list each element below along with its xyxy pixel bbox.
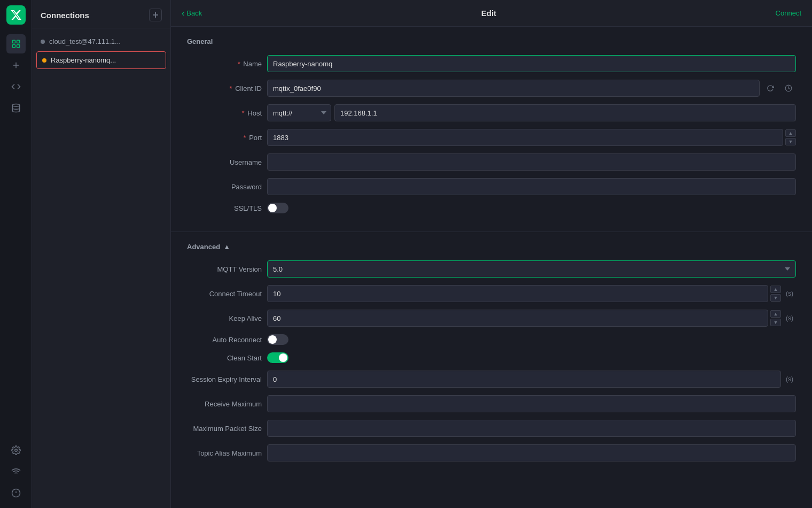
receive-max-row: Receive Maximum (187, 395, 796, 412)
host-row: * Host mqtt:// mqtts:// ws:// wss:// (187, 104, 796, 121)
connect-timeout-label: Connect Timeout (187, 290, 262, 298)
ssl-toggle[interactable] (267, 203, 288, 213)
main-content: ‹ Back Edit Connect General * Name (171, 0, 812, 508)
keep-alive-unit: (s) (783, 314, 796, 322)
advanced-collapse-icon: ▲ (223, 243, 230, 251)
app-logo[interactable] (6, 5, 26, 25)
auto-reconnect-row: Auto Reconnect (187, 334, 796, 345)
connect-button[interactable]: Connect (776, 9, 801, 17)
svg-rect-2 (12, 45, 15, 48)
keep-alive-row: Keep Alive ▲ ▼ (s) (187, 310, 796, 327)
form-area: General * Name * Client ID (171, 27, 812, 508)
password-input[interactable] (267, 178, 796, 195)
password-label: Password (187, 183, 262, 191)
back-button[interactable]: ‹ Back (182, 9, 202, 18)
port-label: * Port (187, 134, 262, 142)
username-label: Username (187, 158, 262, 166)
keep-alive-up-button[interactable]: ▲ (770, 310, 781, 318)
mqtt-version-row: MQTT Version 5.0 3.1.1 3.1 (187, 260, 796, 278)
add-connection-button[interactable] (149, 9, 162, 21)
svg-point-6 (12, 104, 20, 107)
mqtt-version-select[interactable]: 5.0 3.1.1 3.1 (267, 260, 796, 278)
new-connection-icon[interactable] (6, 56, 26, 75)
connect-timeout-row: Connect Timeout ▲ ▼ (s) (187, 285, 796, 302)
connect-timeout-spin: ▲ ▼ (770, 286, 781, 302)
advanced-section-title[interactable]: Advanced ▲ (187, 243, 796, 251)
keep-alive-label: Keep Alive (187, 314, 262, 322)
svg-rect-3 (17, 45, 19, 48)
port-input[interactable] (267, 129, 783, 146)
topic-alias-label: Topic Alias Maximum (187, 449, 262, 457)
keep-alive-down-button[interactable]: ▼ (770, 319, 781, 326)
topic-alias-input[interactable] (267, 444, 796, 461)
sidebar-title: Connections (41, 11, 89, 20)
database-icon[interactable] (6, 98, 26, 118)
session-expiry-unit: (s) (783, 375, 796, 383)
name-input[interactable] (267, 55, 796, 72)
svg-rect-0 (12, 40, 15, 43)
connect-timeout-up-button[interactable]: ▲ (770, 286, 781, 293)
auto-reconnect-label: Auto Reconnect (187, 336, 262, 344)
settings-icon[interactable] (6, 441, 26, 460)
connection-item-raspberry[interactable]: Raspberry-nanomq... (36, 51, 166, 69)
session-expiry-row: Session Expiry Interval (s) (187, 371, 796, 388)
connect-timeout-down-button[interactable]: ▼ (770, 294, 781, 302)
info-icon[interactable] (6, 483, 26, 503)
connections-icon[interactable] (6, 34, 26, 53)
connection-label-cloud: cloud_test@47.111.1... (49, 37, 121, 45)
clean-start-toggle[interactable] (267, 352, 288, 363)
keep-alive-input[interactable] (267, 310, 768, 327)
sidebar: Connections cloud_test@47.111.1... Raspb… (32, 0, 171, 508)
port-down-button[interactable]: ▼ (785, 138, 796, 145)
client-id-input[interactable] (267, 80, 760, 97)
connect-timeout-unit: (s) (783, 290, 796, 297)
session-expiry-input[interactable] (267, 371, 781, 388)
clean-start-label: Clean Start (187, 354, 262, 362)
status-dot-cloud (41, 40, 45, 44)
max-packet-input[interactable] (267, 420, 796, 437)
receive-max-input[interactable] (267, 395, 796, 412)
protocol-select[interactable]: mqtt:// mqtts:// ws:// wss:// (267, 104, 331, 121)
password-row: Password (187, 178, 796, 195)
port-spin: ▲ ▼ (785, 129, 796, 145)
port-up-button[interactable]: ▲ (785, 129, 796, 137)
clean-start-row: Clean Start (187, 352, 796, 363)
svg-rect-1 (17, 40, 19, 43)
mqtt-version-label: MQTT Version (187, 265, 262, 273)
receive-max-label: Receive Maximum (187, 400, 262, 408)
username-input[interactable] (267, 153, 796, 171)
ssl-label: SSL/TLS (187, 204, 262, 212)
connection-list: cloud_test@47.111.1... Raspberry-nanomq.… (32, 28, 170, 74)
host-label: * Host (187, 109, 262, 117)
host-input[interactable] (334, 104, 796, 121)
back-label: Back (186, 9, 202, 17)
antenna-icon[interactable] (6, 462, 26, 481)
topic-alias-row: Topic Alias Maximum (187, 444, 796, 461)
code-icon[interactable] (6, 77, 26, 96)
max-packet-row: Maximum Packet Size (187, 420, 796, 437)
connection-item-cloud[interactable]: cloud_test@47.111.1... (32, 33, 170, 50)
back-chevron-icon: ‹ (182, 9, 184, 18)
general-section: General * Name * Client ID (171, 27, 812, 232)
ssl-row: SSL/TLS (187, 203, 796, 213)
topbar: ‹ Back Edit Connect (171, 0, 812, 27)
page-title: Edit (481, 9, 496, 18)
name-row: * Name (187, 55, 796, 72)
svg-point-7 (14, 449, 17, 452)
port-row: * Port ▲ ▼ (187, 129, 796, 146)
name-label: * Name (187, 60, 262, 68)
keep-alive-spin: ▲ ▼ (770, 310, 781, 326)
refresh-client-id-button[interactable] (763, 81, 778, 96)
session-expiry-label: Session Expiry Interval (187, 375, 262, 383)
general-section-title: General (187, 37, 796, 45)
max-packet-label: Maximum Packet Size (187, 425, 262, 433)
connect-timeout-input[interactable] (267, 285, 768, 302)
username-row: Username (187, 153, 796, 171)
status-dot-raspberry (42, 58, 46, 63)
history-client-id-button[interactable] (781, 81, 796, 96)
connection-label-raspberry: Raspberry-nanomq... (51, 56, 116, 64)
client-id-label: * Client ID (187, 84, 262, 93)
auto-reconnect-toggle[interactable] (267, 334, 288, 345)
icon-bar (0, 0, 32, 508)
sidebar-header: Connections (32, 0, 170, 28)
